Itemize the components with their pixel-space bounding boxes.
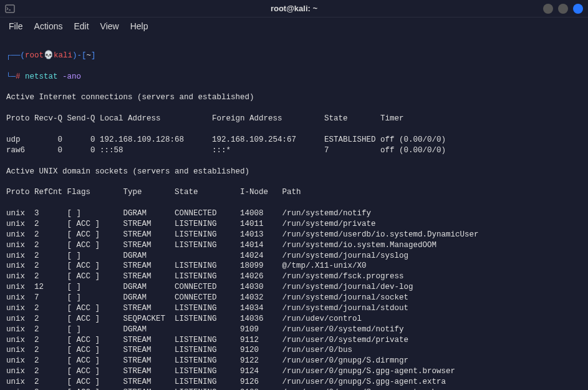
inet-connection-rows: udp 0 0 192.168.109.128:68 192.168.109.2… [6, 135, 582, 156]
menubar: File Actions Edit View Help [0, 17, 588, 35]
unix-row: unix 2 [ ACC ] STREAM LISTENING 9120 /ru… [6, 345, 582, 356]
prompt-line-2: └─# netstat -ano [6, 72, 582, 82]
active-inet-header: Active Internet connections (servers and… [6, 92, 582, 103]
unix-row: unix 2 [ ACC ] STREAM LISTENING 14034 /r… [6, 303, 582, 314]
active-unix-header: Active UNIX domain sockets (servers and … [6, 167, 582, 177]
unix-row: unix 2 [ ACC ] STREAM LISTENING 9122 /ru… [6, 356, 582, 366]
unix-row: unix 2 [ ACC ] STREAM LISTENING 9126 /ru… [6, 377, 582, 388]
unix-row: unix 2 [ ACC ] STREAM LISTENING 14014 /r… [6, 240, 582, 251]
command-text: netstat [25, 72, 58, 81]
unix-row: unix 3 [ ] DGRAM CONNECTED 14008 /run/sy… [6, 208, 582, 219]
unix-socket-rows: unix 3 [ ] DGRAM CONNECTED 14008 /run/sy… [6, 208, 582, 390]
inet-columns: Proto Recv-Q Send-Q Local Address Foreig… [6, 114, 582, 124]
menu-file[interactable]: File [9, 21, 23, 31]
unix-row: unix 2 [ ACC ] STREAM LISTENING 9128 /ru… [6, 388, 582, 390]
inet-row: raw6 0 0 :::58 :::* 7 off (0.00/0/0) [6, 145, 582, 156]
unix-row: unix 2 [ ACC ] STREAM LISTENING 9112 /ru… [6, 335, 582, 346]
terminal-icon [5, 4, 15, 14]
unix-row: unix 2 [ ACC ] STREAM LISTENING 9124 /ru… [6, 366, 582, 377]
terminal-output[interactable]: ┌──(root💀kali)-[~] └─# netstat -ano Acti… [0, 35, 588, 390]
unix-row: unix 2 [ ACC ] STREAM LISTENING 14013 /r… [6, 230, 582, 240]
menu-help[interactable]: Help [130, 21, 148, 31]
unix-columns: Proto RefCnt Flags Type State I-Node Pat… [6, 187, 582, 198]
prompt-line-1: ┌──(root💀kali)-[~] [6, 51, 582, 61]
titlebar: root@kali: ~ [0, 0, 588, 17]
window-controls [543, 4, 583, 14]
unix-row: unix 12 [ ] DGRAM CONNECTED 14030 /run/s… [6, 282, 582, 293]
command-args: -ano [62, 72, 81, 81]
close-button[interactable] [573, 4, 583, 14]
window-title: root@kali: ~ [271, 4, 317, 13]
svg-rect-0 [6, 5, 14, 12]
unix-row: unix 2 [ ] DGRAM 14024 /run/systemd/jour… [6, 251, 582, 261]
unix-row: unix 2 [ ACC ] SEQPACKET LISTENING 14036… [6, 314, 582, 324]
unix-row: unix 2 [ ACC ] STREAM LISTENING 18099 @/… [6, 261, 582, 271]
unix-row: unix 2 [ ] DGRAM 9109 /run/user/0/system… [6, 324, 582, 335]
minimize-button[interactable] [543, 4, 553, 14]
menu-actions[interactable]: Actions [34, 21, 63, 31]
inet-row: udp 0 0 192.168.109.128:68 192.168.109.2… [6, 135, 582, 145]
unix-row: unix 2 [ ACC ] STREAM LISTENING 14026 /r… [6, 271, 582, 282]
maximize-button[interactable] [558, 4, 568, 14]
menu-view[interactable]: View [100, 21, 119, 31]
menu-edit[interactable]: Edit [74, 21, 89, 31]
unix-row: unix 2 [ ACC ] STREAM LISTENING 14011 /r… [6, 219, 582, 230]
unix-row: unix 7 [ ] DGRAM CONNECTED 14032 /run/sy… [6, 293, 582, 303]
